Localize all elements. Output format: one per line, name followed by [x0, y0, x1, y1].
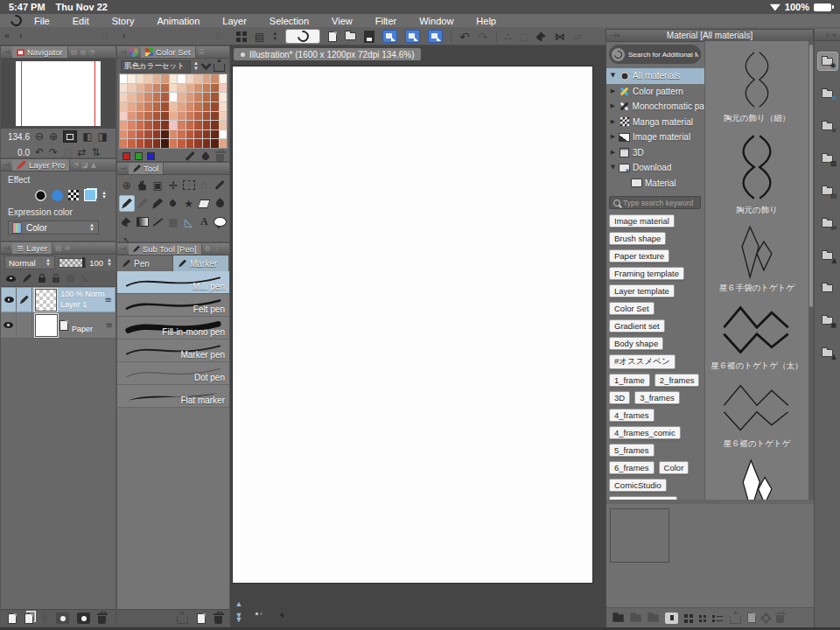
keyword-tag[interactable]: Layer template: [609, 284, 675, 298]
color-swatch[interactable]: [186, 84, 193, 93]
folder-manga-material[interactable]: ▩: [817, 149, 838, 168]
color-swatch[interactable]: [170, 84, 177, 93]
panel-grip[interactable]: ⁞⁞: [102, 32, 108, 40]
clip-studio-logo-icon[interactable]: [8, 12, 24, 28]
layer-menu-icon[interactable]: ≡: [105, 296, 112, 304]
keyword-search-field[interactable]: [609, 196, 701, 209]
material-tree-item[interactable]: ▶ Image material: [606, 130, 704, 145]
color-swatch[interactable]: [178, 74, 185, 83]
color-swatch[interactable]: [211, 74, 218, 83]
folder-brush-material[interactable]: [817, 278, 838, 298]
material-item[interactable]: 星６裾のトゲトゲ: [705, 372, 808, 450]
layer-visibility-cell[interactable]: [1, 312, 17, 338]
collapse-column-icon[interactable]: ‹: [19, 30, 23, 40]
eye-icon[interactable]: [4, 322, 13, 328]
color-swatch[interactable]: [178, 121, 185, 130]
tab-brush-shape-icon[interactable]: ◪: [81, 162, 88, 169]
view-small-grid-icon[interactable]: [699, 615, 702, 618]
expand-strip-icon[interactable]: »: [832, 31, 836, 39]
color-swatch[interactable]: [161, 139, 168, 148]
color-swatch[interactable]: [194, 139, 201, 148]
color-swatch[interactable]: [203, 93, 210, 102]
rotate-reset-icon[interactable]: ◌: [63, 147, 72, 158]
tab-layer[interactable]: ≣ Layer: [12, 242, 52, 254]
tool-decoration[interactable]: ★: [181, 195, 197, 212]
color-swatch[interactable]: [128, 139, 135, 148]
tab-color-set[interactable]: Color Set: [141, 46, 196, 58]
color-swatch[interactable]: [144, 121, 151, 130]
tool-zoom[interactable]: ⊕: [119, 177, 135, 193]
material-tree-item[interactable]: ▼ Download: [606, 160, 704, 176]
menu-item[interactable]: Window: [419, 16, 453, 26]
view-list-icon[interactable]: [712, 615, 715, 618]
folder-image-material[interactable]: ▲: [817, 246, 838, 265]
color-swatch[interactable]: [186, 102, 193, 111]
keyword-tag[interactable]: Color Set: [609, 302, 654, 315]
color-swatch[interactable]: [170, 112, 177, 121]
collapse-strip-icon[interactable]: ‹: [826, 31, 829, 39]
color-swatch[interactable]: [194, 93, 201, 102]
color-swatch[interactable]: [203, 130, 210, 139]
bar-spinner[interactable]: ▲▼: [272, 32, 277, 41]
color-swatch[interactable]: [144, 93, 151, 102]
tool-airbrush[interactable]: [165, 195, 181, 212]
material-tree-item[interactable]: ▶ Manga material: [606, 115, 704, 130]
canvas-scroll-arrows[interactable]: ▲ ▼▼: [232, 599, 246, 622]
color-swatch[interactable]: [120, 139, 127, 148]
tree-expand-icon[interactable]: ▶: [610, 103, 616, 109]
tool-brush[interactable]: [150, 195, 165, 212]
color-swatch[interactable]: [128, 112, 135, 121]
tab-item-bank-icon[interactable]: ◍: [80, 49, 86, 56]
color-swatch[interactable]: [120, 121, 127, 130]
material-item[interactable]: 星６裾のトゲトゲ（太）: [705, 294, 808, 372]
color-swatch[interactable]: [136, 93, 144, 102]
color-swatch[interactable]: [120, 74, 127, 83]
swatch-green[interactable]: [135, 152, 143, 160]
zoom-100-icon[interactable]: ◧: [82, 131, 92, 142]
tree-expand-icon[interactable]: ▶: [610, 119, 616, 125]
replace-color-icon[interactable]: [186, 151, 194, 160]
folder-framing-template[interactable]: ▤: [817, 181, 838, 200]
tab-intermediate-color-icon[interactable]: ☰: [199, 49, 205, 56]
menu-item[interactable]: Story: [112, 16, 135, 26]
tab-tool[interactable]: Tool: [129, 163, 164, 174]
tab-sub-tool[interactable]: Sub Tool [Pen]: [129, 243, 202, 255]
material-tree-item[interactable]: ▶ 3D: [606, 145, 704, 161]
color-swatch[interactable]: [153, 84, 160, 93]
open-file-icon[interactable]: [345, 32, 356, 40]
color-swatch[interactable]: [170, 93, 177, 102]
tool-pencil[interactable]: [135, 195, 150, 212]
folder-pose-material[interactable]: ♟: [817, 343, 838, 362]
view-thumbnail-selected[interactable]: [665, 612, 678, 624]
color-swatch[interactable]: [161, 121, 168, 130]
keyword-tag[interactable]: #オススメペン: [609, 354, 676, 369]
sub-tool-marker-pen[interactable]: Marker pen: [117, 340, 229, 362]
color-swatch[interactable]: [186, 93, 193, 102]
new-file-icon[interactable]: [328, 32, 337, 42]
color-swatch[interactable]: [161, 93, 168, 102]
tab-warning-icon[interactable]: ▲: [91, 162, 96, 169]
color-swatch[interactable]: [136, 130, 144, 139]
blend-mode-dropdown[interactable]: Normal ▲▼: [4, 256, 55, 270]
zoom-out-icon[interactable]: ⊖: [35, 131, 44, 142]
new-folder-icon[interactable]: [24, 613, 33, 624]
material-tree-item[interactable]: Material: [606, 176, 704, 192]
folder-monochromatic-pattern[interactable]: ✕: [817, 116, 838, 136]
color-swatch[interactable]: [203, 121, 210, 130]
panel-collapse-icon[interactable]: ⊣: [120, 245, 126, 253]
color-swatch[interactable]: [170, 139, 177, 148]
lock-transparent-pixels-icon[interactable]: [52, 277, 60, 283]
opacity-spinner[interactable]: ▲▼: [107, 258, 112, 268]
color-swatch[interactable]: [194, 74, 201, 83]
tool-auto-select[interactable]: ☆: [197, 177, 213, 193]
workspace-grid-icon[interactable]: [236, 32, 241, 36]
color-swatch[interactable]: [153, 74, 160, 83]
keyword-tag[interactable]: 6_frames: [609, 461, 654, 474]
color-swatch[interactable]: [153, 121, 160, 130]
panel-collapse-icon[interactable]: ⊣: [120, 48, 126, 56]
color-swatch[interactable]: [153, 112, 160, 121]
tree-expand-icon[interactable]: ▶: [610, 150, 616, 156]
color-swatch[interactable]: [170, 74, 177, 83]
color-swatch[interactable]: [144, 102, 151, 111]
snap-dots-icon[interactable]: ∴: [505, 32, 512, 42]
